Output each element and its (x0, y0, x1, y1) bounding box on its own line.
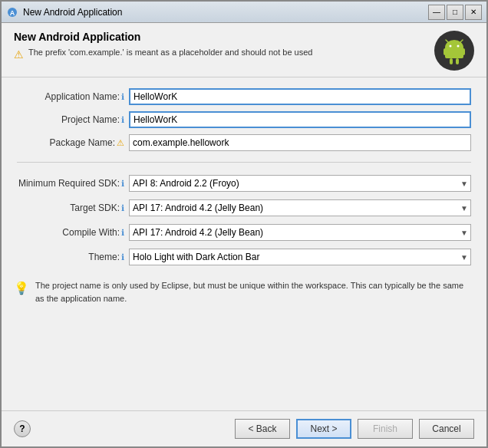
maximize-button[interactable]: □ (447, 5, 463, 20)
theme-select[interactable]: Holo Light with Dark Action Bar Holo Lig… (129, 249, 471, 265)
title-bar: A New Android Application — □ ✕ (2, 2, 486, 23)
min-sdk-label: Minimum Required SDK: ℹ (17, 178, 124, 189)
svg-point-5 (450, 45, 452, 48)
content-spacer (2, 311, 486, 410)
next-button[interactable]: Next > (296, 419, 351, 439)
cancel-button[interactable]: Cancel (419, 419, 474, 439)
compile-with-label: Compile With: ℹ (17, 227, 124, 238)
project-name-row: Project Name: ℹ (17, 111, 471, 128)
compile-with-select[interactable]: API 8: Android 2.2 (Froyo) API 17: Andro… (129, 224, 471, 241)
footer: ? < Back Next > Finish Cancel (2, 410, 486, 446)
svg-rect-10 (456, 58, 459, 64)
dialog-window: A New Android Application — □ ✕ New Andr… (0, 0, 488, 448)
target-sdk-label: Target SDK: ℹ (17, 203, 124, 213)
compile-with-row: Compile With: ℹ API 8: Android 2.2 (Froy… (17, 224, 471, 241)
min-sdk-select[interactable]: API 8: Android 2.2 (Froyo) API 10: Andro… (129, 175, 471, 192)
theme-wrapper: Holo Light with Dark Action Bar Holo Lig… (129, 249, 471, 265)
theme-info-icon[interactable]: ℹ (121, 252, 124, 262)
package-name-row: Package Name: ⚠ (17, 134, 471, 151)
target-sdk-select[interactable]: API 8: Android 2.2 (Froyo) API 17: Andro… (129, 199, 471, 216)
svg-point-6 (457, 45, 460, 48)
minimize-button[interactable]: — (428, 5, 445, 20)
header-text-block: New Android Application ⚠ The prefix 'co… (14, 31, 427, 61)
svg-rect-9 (450, 58, 453, 64)
package-name-warn-icon[interactable]: ⚠ (117, 138, 124, 148)
back-button[interactable]: < Back (235, 419, 290, 439)
close-button[interactable]: ✕ (465, 5, 482, 20)
project-name-label: Project Name: ℹ (17, 114, 124, 125)
window-title: New Android Application (23, 7, 428, 18)
min-sdk-wrapper: API 8: Android 2.2 (Froyo) API 10: Andro… (129, 175, 471, 192)
dialog-title: New Android Application (14, 31, 427, 43)
compile-with-info-icon[interactable]: ℹ (121, 228, 124, 238)
app-name-input[interactable] (129, 88, 471, 105)
theme-label: Theme: ℹ (17, 252, 124, 262)
warning-row: ⚠ The prefix 'com.example.' is meant as … (14, 48, 427, 61)
min-sdk-info-icon[interactable]: ℹ (121, 179, 124, 189)
target-sdk-info-icon[interactable]: ℹ (121, 203, 124, 213)
package-name-label: Package Name: ⚠ (17, 137, 124, 148)
android-logo (434, 31, 474, 71)
project-name-info-icon[interactable]: ℹ (121, 115, 124, 125)
compile-with-wrapper: API 8: Android 2.2 (Froyo) API 17: Andro… (129, 224, 471, 241)
svg-text:A: A (10, 9, 15, 17)
app-name-row: Application Name: ℹ (17, 88, 471, 105)
info-section: 💡 The project name is only used by Eclip… (2, 273, 486, 311)
min-sdk-row: Minimum Required SDK: ℹ API 8: Android 2… (17, 175, 471, 192)
window-controls: — □ ✕ (428, 5, 482, 20)
bulb-icon: 💡 (14, 281, 29, 295)
svg-rect-7 (443, 48, 447, 55)
svg-rect-4 (445, 48, 463, 58)
theme-row: Theme: ℹ Holo Light with Dark Action Bar… (17, 249, 471, 265)
header-section: New Android Application ⚠ The prefix 'co… (2, 23, 486, 77)
app-name-info-icon[interactable]: ℹ (121, 92, 124, 102)
form-section: Application Name: ℹ Project Name: ℹ Pack… (2, 77, 486, 273)
help-button[interactable]: ? (14, 420, 31, 437)
target-sdk-wrapper: API 8: Android 2.2 (Froyo) API 17: Andro… (129, 199, 471, 216)
package-name-input[interactable] (129, 134, 471, 151)
target-sdk-row: Target SDK: ℹ API 8: Android 2.2 (Froyo)… (17, 199, 471, 216)
dialog-content: New Android Application ⚠ The prefix 'co… (2, 23, 486, 446)
warning-text: The prefix 'com.example.' is meant as a … (28, 48, 312, 57)
project-name-input[interactable] (129, 111, 471, 128)
info-text: The project name is only used by Eclipse… (35, 279, 474, 305)
svg-rect-8 (462, 48, 465, 55)
form-divider (17, 162, 471, 163)
app-name-label: Application Name: ℹ (17, 91, 124, 102)
warning-icon: ⚠ (14, 48, 24, 61)
finish-button[interactable]: Finish (358, 419, 413, 439)
window-icon: A (6, 6, 18, 18)
